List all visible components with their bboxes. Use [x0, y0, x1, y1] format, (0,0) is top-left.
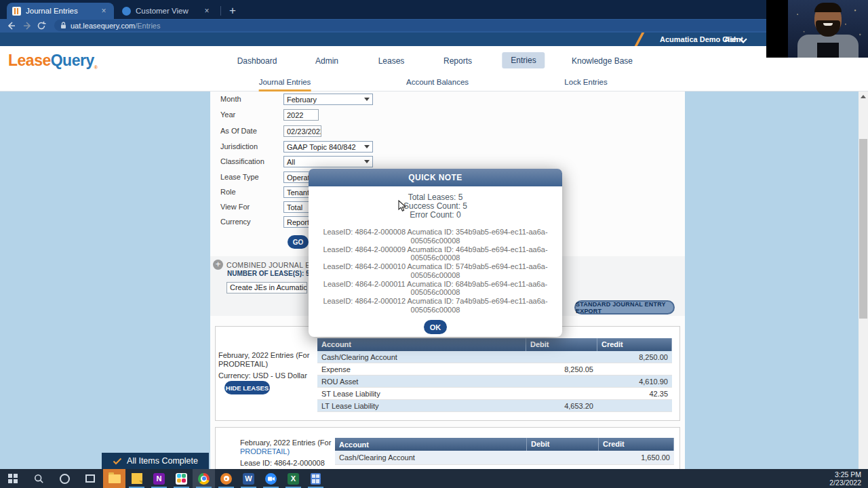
month-value: February	[287, 96, 317, 104]
back-icon[interactable]	[5, 20, 18, 31]
close-tab-icon[interactable]: ×	[202, 6, 212, 16]
webcam-overlay	[766, 0, 868, 58]
tab-customer-view[interactable]: Customer View ×	[117, 3, 217, 19]
lock-icon	[60, 22, 66, 29]
table-row: Expense8,250.05	[317, 363, 672, 375]
subnav-journal-entries[interactable]: Journal Entries	[259, 78, 311, 92]
nav-knowledge-base[interactable]: Knowledge Base	[572, 56, 633, 66]
number-of-leases: NUMBER OF LEASE(S): 5	[227, 270, 310, 277]
nav-entries[interactable]: Entries	[502, 52, 545, 68]
word-button[interactable]: W	[237, 469, 260, 488]
presenter-smile	[823, 23, 833, 26]
slack-icon	[176, 473, 187, 485]
calculator-icon	[311, 473, 321, 485]
table-header: Account Debit Credit	[335, 438, 674, 451]
nav-reports[interactable]: Reports	[443, 56, 472, 66]
user-menu[interactable]: Ash	[724, 35, 738, 43]
forward-icon[interactable]	[21, 20, 33, 31]
credit-cell: 4,610.90	[597, 375, 672, 387]
section1-heading: February, 2022 Entries (For PRODRETAIL)	[218, 351, 317, 369]
as-of-date-input[interactable]: 02/23/2022	[283, 125, 321, 137]
year-label: Year	[220, 110, 235, 119]
chrome-icon	[198, 473, 210, 485]
sticky-notes-button[interactable]	[125, 469, 148, 488]
lease-line: LeaseID: 4864-2-000009 Acumatica ID: 464…	[316, 245, 555, 262]
leasequery-logo[interactable]: LeaseQuery®	[8, 52, 97, 70]
credit-cell	[597, 363, 672, 375]
cortana-button[interactable]	[52, 469, 77, 488]
chevron-down-icon	[364, 98, 370, 101]
subnav-account-balances[interactable]: Account Balances	[406, 78, 469, 86]
presenter-hair	[814, 3, 842, 12]
currency-label: Currency	[220, 218, 251, 226]
credit-cell: 8,250.00	[597, 351, 672, 363]
jurisdiction-label: Jurisdiction	[220, 142, 258, 150]
hide-leases-button[interactable]: HIDE LEASES	[224, 381, 270, 394]
section1-currency: Currency: USD - US Dollar	[218, 371, 307, 380]
classification-value: All	[287, 158, 295, 166]
close-tab-icon[interactable]: ×	[99, 6, 108, 16]
scrollbar[interactable]	[859, 92, 868, 469]
excel-button[interactable]: X	[282, 469, 304, 488]
new-tab-button[interactable]: +	[224, 3, 241, 19]
taskbar: N W X 3:25 PM 2/23/2022	[0, 469, 868, 488]
onelogin-icon	[220, 473, 232, 485]
slack-button[interactable]	[170, 469, 193, 488]
credit-cell: 42.35	[597, 388, 672, 399]
scroll-up-icon[interactable]	[861, 95, 866, 98]
task-view-button[interactable]	[77, 469, 103, 488]
clock-time: 3:25 PM	[829, 470, 861, 479]
classification-label: Classification	[220, 157, 264, 165]
url-path: /Entries	[135, 22, 160, 30]
zoom-button[interactable]	[260, 469, 282, 488]
onelogin-button[interactable]	[215, 469, 237, 488]
as-of-date-label: As Of Date	[220, 127, 257, 135]
table-row: ST Lease Liability42.35	[317, 388, 672, 400]
go-button[interactable]: GO	[288, 235, 309, 249]
subnav-lock-entries[interactable]: Lock Entries	[564, 78, 607, 86]
refresh-icon[interactable]	[35, 20, 47, 31]
standard-journal-entry-export-button[interactable]: STANDARD JOURNAL ENTRY EXPORT	[574, 300, 675, 314]
tab-journal-entries[interactable]: Journal Entries ×	[7, 3, 114, 19]
account-header: Account	[335, 438, 527, 451]
start-button[interactable]	[0, 469, 26, 488]
sticky-notes-icon	[132, 473, 142, 484]
url-bar[interactable]: uat.leasequery.com/Entries	[54, 20, 787, 31]
table-row: Cash/Clearing Account8,250.00	[317, 351, 672, 363]
classification-select[interactable]: All	[283, 156, 373, 167]
chevron-down-icon	[364, 160, 370, 163]
scrollbar-thumb[interactable]	[859, 139, 867, 319]
lease-list: LeaseID: 4864-2-000008 Acumatica ID: 354…	[316, 228, 555, 314]
je-action-select[interactable]: Create JEs in Acumatica	[226, 282, 307, 293]
nav-dashboard[interactable]: Dashboard	[237, 56, 277, 66]
word-icon: W	[243, 473, 254, 485]
jurisdiction-select[interactable]: GAAP Topic 840/842	[283, 141, 373, 152]
chevron-down-icon	[364, 145, 370, 148]
lease-type-label: Lease Type	[220, 173, 259, 181]
search-button[interactable]	[26, 469, 52, 488]
ok-button[interactable]: OK	[424, 320, 447, 334]
clock-date: 2/23/2022	[829, 479, 861, 487]
expand-plus-icon[interactable]: +	[213, 260, 223, 270]
prodretail-link[interactable]: PRODRETAIL)	[240, 447, 290, 455]
calculator-button[interactable]	[304, 469, 327, 488]
url-host: uat.leasequery.com	[71, 22, 135, 30]
tab-separator	[220, 6, 221, 16]
browser-tabstrip: Journal Entries × Customer View × +	[0, 0, 868, 19]
taskbar-clock[interactable]: 3:25 PM 2/23/2022	[829, 470, 868, 487]
screen: Journal Entries × Customer View × + uat.…	[0, 0, 868, 488]
chrome-button[interactable]	[193, 469, 215, 488]
all-items-complete-toast: All Items Complete	[102, 453, 209, 469]
month-select[interactable]: February	[283, 94, 373, 105]
table-row: ROU Asset4,610.90	[317, 375, 672, 388]
account-header: Account	[317, 338, 526, 351]
nav-leases[interactable]: Leases	[378, 56, 405, 66]
credit-header: Credit	[597, 338, 672, 351]
file-explorer-button[interactable]	[103, 469, 125, 488]
onenote-button[interactable]: N	[148, 469, 170, 488]
year-input[interactable]: 2022	[283, 109, 319, 121]
excel-icon: X	[288, 473, 299, 485]
table-row: LT Lease Liability4,653.20	[317, 400, 672, 412]
nav-admin[interactable]: Admin	[315, 56, 338, 66]
folder-icon	[108, 474, 121, 483]
